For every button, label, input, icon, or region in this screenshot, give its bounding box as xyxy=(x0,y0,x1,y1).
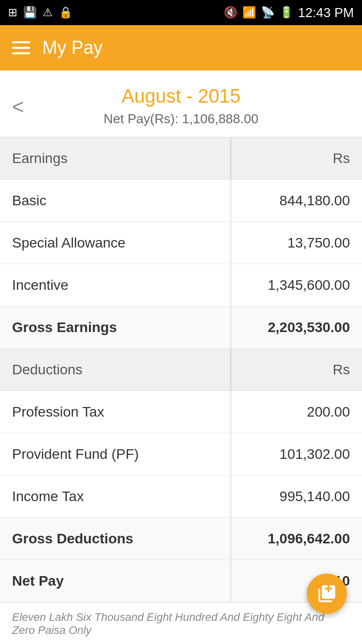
profession-tax-row: Profession Tax 200.00 xyxy=(0,391,362,433)
month-title: August - 2015 xyxy=(10,86,352,107)
footer-text: Eleven Lakh Six Thousand Eight Hundred A… xyxy=(0,602,362,644)
provident-fund-label: Provident Fund (PF) xyxy=(0,446,230,462)
gross-deductions-value: 1,096,642.00 xyxy=(231,531,362,547)
mute-icon: 🔇 xyxy=(224,6,237,19)
incentive-row: Incentive 1,345,600.00 xyxy=(0,264,362,306)
net-pay-label: Net Pay(Rs): 1,106,888.00 xyxy=(10,111,352,127)
gross-earnings-row: Gross Earnings 2,203,530.00 xyxy=(0,306,362,349)
app-title: My Pay xyxy=(42,37,103,58)
lock-icon: 🔒 xyxy=(59,6,72,19)
gallery-icon: ⊞ xyxy=(8,6,17,19)
net-pay-row-label: Net Pay xyxy=(0,573,230,589)
incentive-value: 1,345,600.00 xyxy=(231,277,362,293)
gross-deductions-row: Gross Deductions 1,096,642.00 xyxy=(0,518,362,560)
signal-icon: 📡 xyxy=(261,6,275,19)
gross-earnings-label: Gross Earnings xyxy=(0,319,230,336)
month-header: < August - 2015 Net Pay(Rs): 1,106,888.0… xyxy=(0,70,362,137)
status-bar: ⊞ 💾 ⚠ 🔒 🔇 📶 📡 🔋 12:43 PM xyxy=(0,0,362,25)
profession-tax-label: Profession Tax xyxy=(0,404,230,420)
income-tax-value: 995,140.00 xyxy=(231,489,362,505)
fab-button[interactable] xyxy=(307,574,347,614)
deductions-currency-label: Rs xyxy=(231,362,362,378)
basic-row: Basic 844,180.00 xyxy=(0,180,362,222)
provident-fund-value: 101,302.00 xyxy=(231,446,362,462)
income-tax-label: Income Tax xyxy=(0,489,230,505)
special-allowance-value: 13,750.00 xyxy=(231,235,362,251)
earnings-currency-label: Rs xyxy=(231,150,362,167)
status-icons-left: ⊞ 💾 ⚠ 🔒 xyxy=(8,6,72,19)
gross-earnings-value: 2,203,530.00 xyxy=(231,319,362,336)
deductions-section-header: Deductions Rs xyxy=(0,349,362,391)
back-button[interactable]: < xyxy=(12,96,24,118)
status-icons-right: 🔇 📶 📡 🔋 12:43 PM xyxy=(224,5,354,21)
status-time: 12:43 PM xyxy=(298,5,354,21)
provident-fund-row: Provident Fund (PF) 101,302.00 xyxy=(0,433,362,475)
app-bar: My Pay xyxy=(0,25,362,70)
income-tax-row: Income Tax 995,140.00 xyxy=(0,475,362,518)
warning-icon: ⚠ xyxy=(43,6,53,19)
basic-value: 844,180.00 xyxy=(231,193,362,209)
wifi-icon: 📶 xyxy=(242,6,256,19)
battery-icon: 🔋 xyxy=(280,6,293,19)
incentive-label: Incentive xyxy=(0,277,230,293)
special-allowance-label: Special Allowance xyxy=(0,235,230,251)
gross-deductions-label: Gross Deductions xyxy=(0,531,230,547)
earnings-section-header: Earnings Rs xyxy=(0,137,362,180)
deductions-label: Deductions xyxy=(0,362,230,378)
basic-label: Basic xyxy=(0,193,230,209)
special-allowance-row: Special Allowance 13,750.00 xyxy=(0,222,362,264)
hamburger-menu-button[interactable] xyxy=(12,41,30,54)
earnings-label: Earnings xyxy=(0,150,230,167)
fab-icon xyxy=(317,584,337,604)
profession-tax-value: 200.00 xyxy=(231,404,362,420)
save-icon: 💾 xyxy=(23,6,37,19)
